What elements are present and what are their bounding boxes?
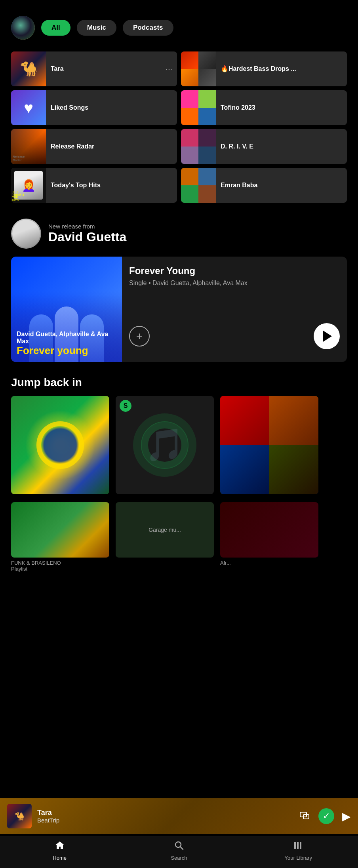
now-playing-controls: ✓ ▶ xyxy=(299,808,351,824)
card-tofino[interactable]: Tofino 2023 xyxy=(181,90,347,125)
heart-icon: ♥ xyxy=(24,99,33,117)
search-icon xyxy=(174,840,184,853)
nav-item-home[interactable]: Home xyxy=(0,840,119,861)
card-label-bass: 🔥Hardest Bass Drops ... xyxy=(216,65,347,73)
filter-music-button[interactable]: Music xyxy=(77,20,116,36)
jbi3-cell-1 xyxy=(220,396,269,445)
card-label-liked: Liked Songs xyxy=(46,104,177,112)
device-connect-icon[interactable] xyxy=(299,811,310,822)
svg-line-3 xyxy=(180,847,183,850)
spotify-large-icon: 🎵 xyxy=(145,426,185,464)
card-thumb-tth: 👩‍🦰 TTHTODAY'STOPHITS xyxy=(11,168,46,203)
filter-podcasts-button[interactable]: Podcasts xyxy=(123,20,173,36)
now-playing-bar[interactable]: 🐪 Tara BeatTrip ✓ ▶ xyxy=(0,798,358,834)
home-icon xyxy=(55,840,65,853)
jbi3-cell-2 xyxy=(269,396,318,445)
tth-badge: TTHTODAY'STOPHITS xyxy=(12,190,24,202)
artist-name: David Guetta xyxy=(48,230,126,244)
now-playing-thumb: 🐪 xyxy=(7,804,32,828)
bottom-thumb-3 xyxy=(220,502,318,558)
card-thumb-tara: 🐪 xyxy=(11,51,46,86)
add-to-library-button[interactable]: + xyxy=(129,326,150,346)
avatar[interactable] xyxy=(11,16,35,40)
bottom-content-row: FUNK & BRASILENOPlaylist Garage mu... Af… xyxy=(0,502,358,580)
album-art: David Guetta, Alphaville & Ava Max Forev… xyxy=(11,257,122,362)
drive-cell-3 xyxy=(181,147,198,164)
emran-cell-2 xyxy=(198,168,216,185)
card-drive[interactable]: D. R. I. V. E xyxy=(181,129,347,164)
jbi-card-2[interactable]: S 🎵 xyxy=(116,396,214,494)
card-tara[interactable]: 🐪 Tara ··· xyxy=(11,51,177,86)
now-playing-subtitle: BeatTrip xyxy=(37,817,294,824)
play-icon xyxy=(323,331,332,342)
emran-cell-1 xyxy=(181,168,198,185)
new-release-section: New release from David Guetta xyxy=(0,207,358,257)
album-art-title: Forever young xyxy=(17,345,116,356)
now-playing-title: Tara xyxy=(37,809,294,817)
card-todays-top-hits[interactable]: 👩‍🦰 TTHTODAY'STOPHITS Today's Top Hits xyxy=(11,168,177,203)
bass-cell-4 xyxy=(198,69,216,86)
header: All Music Podcasts xyxy=(0,0,358,48)
bottom-card-3[interactable]: Afr... xyxy=(220,502,318,572)
jbi3-cell-3 xyxy=(220,445,269,494)
bass-cell-2 xyxy=(198,51,216,69)
card-bass-drops[interactable]: 🔥Hardest Bass Drops ... xyxy=(181,51,347,86)
nav-label-library: Your Library xyxy=(285,855,312,861)
jbi-card-1[interactable] xyxy=(11,396,109,494)
camel-icon: 🐪 xyxy=(20,61,38,77)
bottom-card-2[interactable]: Garage mu... xyxy=(116,502,214,572)
tofino-cell-3 xyxy=(181,108,198,125)
jbi-thumb-3 xyxy=(220,396,318,494)
jbi-thumb-2: S 🎵 xyxy=(116,396,214,494)
bass-cell-3 xyxy=(181,69,198,86)
jbi-thumb-1 xyxy=(11,396,109,494)
now-playing-play-button[interactable]: ▶ xyxy=(342,810,351,823)
card-label-tofino: Tofino 2023 xyxy=(216,104,347,112)
card-thumb-liked: ♥ xyxy=(11,90,46,125)
new-release-text: New release from David Guetta xyxy=(48,223,126,244)
new-release-subtitle: New release from xyxy=(48,223,126,230)
bottom-card-1[interactable]: FUNK & BRASILENOPlaylist xyxy=(11,502,109,572)
card-liked-songs[interactable]: ♥ Liked Songs xyxy=(11,90,177,125)
nav-item-search[interactable]: Search xyxy=(119,840,238,861)
jump-back-in-scroll: S 🎵 xyxy=(0,396,358,502)
bottom-thumb-1 xyxy=(11,502,109,558)
play-button[interactable] xyxy=(314,323,340,349)
nav-item-library[interactable]: Your Library xyxy=(239,840,358,861)
more-options-tara[interactable]: ··· xyxy=(166,65,177,74)
album-info: Forever Young Single • David Guetta, Alp… xyxy=(122,257,347,362)
svg-rect-4 xyxy=(294,842,296,849)
tofino-cell-4 xyxy=(198,108,216,125)
album-art-artist-text: David Guetta, Alphaville & Ava Max xyxy=(17,331,116,345)
now-playing-saved-icon[interactable]: ✓ xyxy=(318,808,334,824)
drive-cell-1 xyxy=(181,129,198,147)
drive-cell-4 xyxy=(198,147,216,164)
card-thumb-drive xyxy=(181,129,216,164)
jbi-card-3[interactable] xyxy=(220,396,318,494)
card-label-drive: D. R. I. V. E xyxy=(216,143,347,151)
tofino-cell-1 xyxy=(181,90,198,108)
emran-cell-4 xyxy=(198,185,216,203)
album-card[interactable]: David Guetta, Alphaville & Ava Max Forev… xyxy=(11,257,347,362)
album-subtitle: Single • David Guetta, Alphaville, Ava M… xyxy=(129,279,340,287)
bass-cell-1 xyxy=(181,51,198,69)
svg-rect-5 xyxy=(297,842,299,849)
spotify-logo-small: S xyxy=(120,400,131,412)
library-icon xyxy=(293,840,303,853)
card-label-tth: Today's Top Hits xyxy=(46,181,177,190)
card-thumb-emran xyxy=(181,168,216,203)
bottom-thumb-2-text: Garage mu... xyxy=(149,527,181,533)
card-release-radar[interactable]: ReleaseRadar Release Radar xyxy=(11,129,177,164)
bottom-thumb-2: Garage mu... xyxy=(116,502,214,558)
quick-picks-grid: 🐪 Tara ··· 🔥Hardest Bass Drops ... ♥ xyxy=(0,48,358,207)
drive-cell-2 xyxy=(198,129,216,147)
card-emran-baba[interactable]: Emran Baba xyxy=(181,168,347,203)
np-thumb-icon: 🐪 xyxy=(15,811,25,821)
svg-rect-6 xyxy=(300,842,301,849)
card-label-emran: Emran Baba xyxy=(216,181,347,190)
filter-all-button[interactable]: All xyxy=(41,20,70,36)
bottom-label-3: Afr... xyxy=(220,558,318,566)
card-label-radar: Release Radar xyxy=(46,143,177,151)
album-title: Forever Young xyxy=(129,265,340,276)
jbi3-cell-4 xyxy=(269,445,318,494)
